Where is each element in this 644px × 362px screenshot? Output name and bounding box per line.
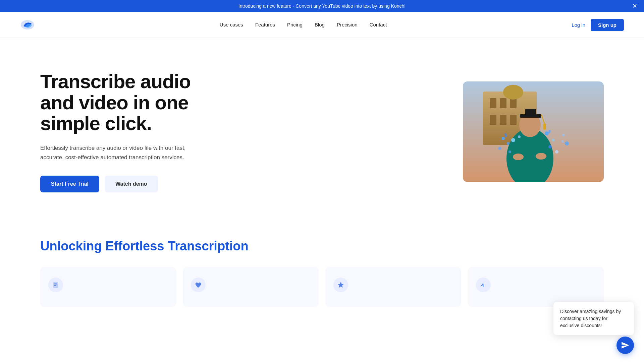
svg-rect-4	[500, 98, 506, 108]
nav-use-cases[interactable]: Use cases	[220, 22, 243, 27]
svg-point-23	[511, 138, 515, 142]
feature-card-3-icon	[333, 278, 348, 292]
logo[interactable]	[20, 17, 35, 32]
nav-links: Use cases Features Pricing Blog Precisio…	[220, 22, 387, 28]
signup-button[interactable]: Sign up	[591, 19, 624, 31]
logo-icon	[20, 17, 35, 32]
unlocking-section: Unlocking Effortless Transcription	[0, 219, 644, 307]
hero-image-svg	[463, 81, 604, 182]
svg-point-21	[501, 137, 505, 140]
svg-rect-10	[508, 92, 518, 98]
nav-contact[interactable]: Contact	[370, 22, 387, 27]
nav-precision[interactable]: Precision	[337, 22, 358, 27]
heart-icon	[195, 281, 202, 289]
svg-rect-16	[543, 124, 546, 130]
svg-point-29	[562, 134, 565, 136]
nav-pricing[interactable]: Pricing	[287, 22, 303, 27]
nav-auth: Log in Sign up	[572, 19, 624, 31]
feature-card-1	[40, 267, 176, 307]
feature-card-1-icon	[48, 278, 63, 292]
hero-subtitle: Effortlessly transcribe any audio or vid…	[40, 143, 201, 162]
section-title: Unlocking Effortless Transcription	[40, 239, 604, 253]
svg-point-30	[565, 141, 569, 145]
announcement-text: Introducing a new feature - Convert any …	[238, 3, 406, 9]
svg-point-32	[555, 150, 558, 154]
svg-text:4: 4	[481, 283, 484, 288]
svg-point-31	[508, 150, 511, 153]
svg-point-20	[536, 153, 546, 160]
svg-point-24	[518, 135, 521, 138]
login-button[interactable]: Log in	[572, 22, 585, 28]
hero-image	[463, 81, 604, 182]
svg-rect-3	[490, 98, 496, 108]
svg-rect-37	[54, 284, 57, 284]
svg-rect-38	[54, 285, 56, 286]
svg-point-19	[513, 154, 524, 160]
document-icon	[52, 281, 59, 289]
svg-point-27	[552, 139, 555, 141]
hero-title: Transcribe audio and video in one simple…	[40, 71, 228, 134]
feature-card-2-icon	[191, 278, 206, 292]
feature-cards: 4	[40, 267, 604, 307]
announcement-bar: Introducing a new feature - Convert any …	[0, 0, 644, 12]
navbar: Use cases Features Pricing Blog Precisio…	[0, 12, 644, 38]
svg-point-22	[507, 142, 509, 145]
feature-card-4: 4	[468, 267, 604, 307]
number-icon: 4	[480, 281, 487, 289]
nav-blog[interactable]: Blog	[315, 22, 325, 27]
chat-widget: Discover amazing savings by contacting u…	[553, 302, 634, 307]
hero-content: Transcribe audio and video in one simple…	[40, 71, 228, 192]
nav-features[interactable]: Features	[255, 22, 275, 27]
star-icon	[337, 281, 344, 289]
svg-point-26	[545, 131, 549, 135]
svg-point-28	[548, 145, 552, 148]
hero-buttons: Start Free Trial Watch demo	[40, 176, 228, 192]
watch-demo-button[interactable]: Watch demo	[105, 176, 158, 192]
svg-rect-7	[500, 115, 506, 125]
feature-card-3	[325, 267, 461, 307]
feature-card-4-icon: 4	[476, 278, 491, 292]
svg-rect-6	[490, 115, 496, 125]
svg-rect-14	[525, 109, 536, 115]
start-free-trial-button[interactable]: Start Free Trial	[40, 176, 99, 192]
feature-card-2	[183, 267, 319, 307]
svg-rect-5	[510, 98, 517, 108]
svg-point-25	[498, 147, 501, 150]
close-announcement-button[interactable]: ✕	[632, 3, 637, 9]
hero-section: Transcribe audio and video in one simple…	[0, 38, 644, 219]
svg-marker-39	[338, 282, 344, 288]
svg-rect-8	[510, 115, 517, 125]
